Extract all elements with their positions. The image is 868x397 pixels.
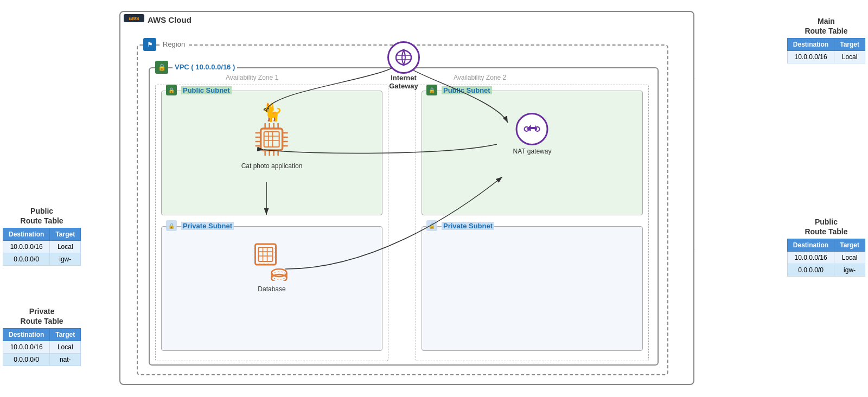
cell-target: Local	[50, 341, 81, 354]
nat-gateway-icon	[516, 113, 548, 145]
public-rt-right-dest-header: Destination	[787, 239, 834, 252]
nat-gateway-label: NAT gateway	[513, 148, 552, 155]
public-route-table-right: Public Route Table Destination Target 10…	[787, 217, 865, 277]
public-route-table-right-title: Public Route Table	[787, 217, 865, 236]
cell-dest: 10.0.0.0/16	[787, 51, 834, 63]
main-route-table: Main Route Table Destination Target 10.0…	[787, 16, 865, 63]
public-subnet-az1-icon: 🔒	[166, 85, 177, 95]
cell-target: igw-	[50, 253, 81, 266]
cat-app-label: Cat photo application	[241, 162, 303, 170]
svg-point-52	[272, 274, 287, 281]
svg-rect-35	[259, 247, 273, 261]
aws-cloud-box: aws AWS Cloud ⚑ Region 🔒 VPC ( 10.0.0.0/…	[119, 11, 694, 385]
aws-cloud-label: AWS Cloud	[148, 15, 192, 24]
table-row: 10.0.0.0/16 Local	[3, 241, 81, 253]
az2-label: Availability Zone 2	[454, 74, 506, 81]
igw-label-line2: Gateway	[387, 82, 420, 90]
cell-target: Local	[50, 241, 81, 253]
main-route-table-table: Destination Target 10.0.0.0/16 Local	[787, 38, 865, 63]
aws-logo: aws	[124, 14, 144, 22]
public-rt-left-target-header: Target	[50, 228, 81, 241]
vpc-label: VPC ( 10.0.0.0/16 )	[173, 63, 237, 71]
cell-dest: 0.0.0.0/0	[787, 264, 834, 277]
public-route-table-left-title: Public Route Table	[3, 206, 81, 226]
public-route-table-left: Public Route Table Destination Target 10…	[3, 206, 81, 266]
private-subnet-az1-label: Private Subnet	[181, 222, 234, 230]
database-label: Database	[254, 285, 290, 293]
region-icon: ⚑	[143, 38, 156, 51]
main-route-table-title: Main Route Table	[787, 16, 865, 36]
cell-target: Local	[834, 51, 865, 63]
public-subnet-az1: 🔒 Public Subnet 🐈	[161, 91, 382, 215]
cell-target: Local	[834, 252, 865, 264]
private-rt-dest-header: Destination	[3, 329, 50, 341]
private-subnet-az1: 🔒 Private Subnet	[161, 226, 382, 351]
vpc-icon: 🔒	[155, 61, 168, 74]
cell-dest: 10.0.0.0/16	[3, 341, 50, 354]
az1-box: 🔒 Public Subnet 🐈	[155, 85, 388, 361]
cell-dest: 0.0.0.0/0	[3, 253, 50, 266]
public-subnet-az1-label: Public Subnet	[181, 86, 232, 94]
internet-gateway-icon	[387, 41, 420, 74]
private-subnet-az1-icon: 🔒	[166, 220, 177, 231]
cell-dest: 10.0.0.0/16	[3, 241, 50, 253]
cell-target: nat-	[50, 354, 81, 366]
table-row: 10.0.0.0/16 Local	[3, 341, 81, 354]
public-rt-right-target-header: Target	[834, 239, 865, 252]
main-rt-target-header: Target	[834, 39, 865, 51]
private-subnet-az2: 🔒 Private Subnet	[422, 226, 643, 351]
vpc-box: 🔒 VPC ( 10.0.0.0/16 ) Availability Zone …	[149, 67, 659, 366]
private-route-table-title: Private Route Table	[3, 306, 81, 326]
main-rt-dest-header: Destination	[787, 39, 834, 51]
region-label: Region	[161, 40, 187, 48]
cell-target: igw-	[834, 264, 865, 277]
private-subnet-az2-label: Private Subnet	[442, 222, 494, 230]
private-route-table: Private Route Table Destination Target 1…	[3, 306, 81, 366]
region-box: ⚑ Region 🔒 VPC ( 10.0.0.0/16 ) Availabil…	[137, 44, 668, 375]
table-row: 0.0.0.0/0 nat-	[3, 354, 81, 366]
table-row: 0.0.0.0/0 igw-	[3, 253, 81, 266]
cell-dest: 0.0.0.0/0	[3, 354, 50, 366]
cell-dest: 10.0.0.0/16	[787, 252, 834, 264]
public-subnet-az2-label: Public Subnet	[442, 86, 492, 94]
public-rt-left-dest-header: Destination	[3, 228, 50, 241]
chip-svg	[252, 120, 291, 159]
private-rt-target-header: Target	[50, 329, 81, 341]
az2-box: 🔒 Public Subnet NAT gateway	[416, 85, 649, 361]
table-row: 10.0.0.0/16 Local	[787, 252, 865, 264]
private-subnet-az2-icon: 🔒	[426, 220, 437, 231]
database-svg	[254, 243, 290, 281]
igw-label-line1: Internet	[387, 74, 420, 82]
private-route-table-table: Destination Target 10.0.0.0/16 Local 0.0…	[3, 328, 81, 366]
svg-rect-13	[264, 132, 279, 147]
public-subnet-az2: 🔒 Public Subnet NAT gateway	[422, 91, 643, 215]
public-route-table-left-table: Destination Target 10.0.0.0/16 Local 0.0…	[3, 228, 81, 266]
table-row: 10.0.0.0/16 Local	[787, 51, 865, 63]
table-row: 0.0.0.0/0 igw-	[787, 264, 865, 277]
az1-label: Availability Zone 1	[226, 74, 278, 81]
public-subnet-az2-icon: 🔒	[426, 85, 437, 95]
public-route-table-right-table: Destination Target 10.0.0.0/16 Local 0.0…	[787, 239, 865, 277]
